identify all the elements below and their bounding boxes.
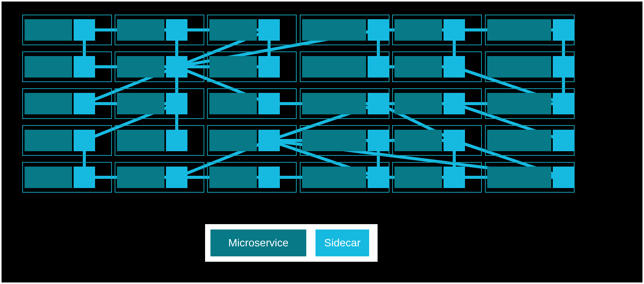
microservice-box [302,167,366,188]
sidecar-box [74,167,95,188]
microservice-box [487,19,551,41]
microservice-box [209,19,257,41]
sidecar-box [444,130,465,151]
microservice-box [25,19,72,41]
microservice-box [117,19,164,41]
sidecar-box [258,93,280,114]
microservice-box [394,167,442,188]
sidecar-box [166,167,187,188]
microservice-box [302,19,366,41]
sidecar-box [258,19,280,41]
sidecar-box [368,167,389,188]
sidecar-box [553,130,574,151]
microservice-box [209,167,257,188]
sidecar-box [74,93,95,114]
microservice-box [25,56,72,78]
sidecar-box [258,167,280,188]
sidecar-box [74,130,95,151]
sidecar-box [368,19,389,41]
microservice-box [117,56,164,78]
sidecar-box [553,19,574,41]
sidecar-box [166,93,187,114]
microservice-box [25,167,72,188]
sidecar-box [444,56,465,78]
sidecar-box [553,167,574,188]
microservice-box [209,93,257,114]
microservice-box [302,130,366,151]
microservice-box [487,130,551,151]
legend-sidecar: Sidecar [315,230,369,256]
microservice-box [394,93,442,114]
microservice-box [209,130,257,151]
sidecar-box [368,93,389,114]
microservice-box [487,167,551,188]
sidecar-box [444,93,465,114]
sidecar-box [553,56,574,78]
sidecar-box [166,19,187,41]
microservice-box [117,130,164,151]
microservice-box [209,56,257,78]
sidecar-box [74,56,95,78]
microservice-box [394,130,442,151]
microservice-box [302,56,366,78]
sidecar-box [166,56,187,78]
microservice-box [117,93,164,114]
microservice-box [302,93,366,114]
sidecar-box [258,56,280,78]
microservice-box [487,56,551,78]
sidecar-box [444,19,465,41]
sidecar-box [368,130,389,151]
sidecar-box [553,93,574,114]
sidecar-box [74,19,95,41]
sidecar-box [166,130,187,151]
microservice-box [394,56,442,78]
sidecar-box [444,167,465,188]
diagram-stage: Microservice Sidecar [0,0,644,284]
microservice-box [117,167,164,188]
legend-microservice: Microservice [210,230,306,256]
microservice-box [25,93,72,114]
sidecar-box [368,56,389,78]
sidecar-box [258,130,280,151]
microservice-box [25,130,72,151]
microservice-box [394,19,442,41]
microservice-box [487,93,551,114]
legend: Microservice Sidecar [205,224,378,262]
